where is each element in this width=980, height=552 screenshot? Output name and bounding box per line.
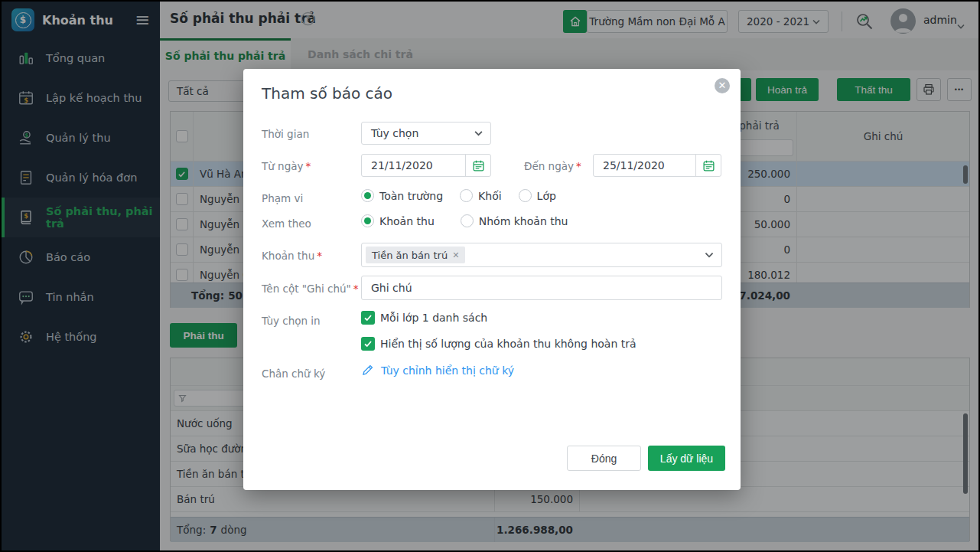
scope-radio-group: Toàn trường Khối Lớp: [361, 189, 556, 202]
to-date-label: Đến ngày*: [524, 160, 581, 172]
to-date-value: 25/11/2020: [594, 159, 695, 171]
close-button[interactable]: Đóng: [567, 446, 641, 471]
report-params-modal: Tham số báo cáo ✕ Thời gian Tùy chọn Từ …: [243, 69, 741, 490]
to-date-input[interactable]: 25/11/2020: [593, 154, 721, 177]
note-column-label: Tên cột "Ghi chú"*: [262, 283, 359, 295]
pencil-icon: [361, 364, 374, 377]
radio-option-grade[interactable]: Khối: [460, 189, 502, 202]
radio-icon: [519, 189, 532, 202]
radio-icon: [461, 214, 474, 227]
from-date-label: Từ ngày*: [262, 160, 311, 172]
signature-customize-link[interactable]: Tùy chỉnh hiển thị chữ ký: [381, 364, 514, 377]
radio-option-fee[interactable]: Khoản thu: [361, 214, 435, 227]
print-options-label: Tùy chọn in: [262, 315, 321, 327]
note-column-input[interactable]: Ghi chú: [361, 276, 722, 300]
scope-label: Phạm vi: [262, 192, 303, 204]
modal-title: Tham số báo cáo: [262, 84, 392, 103]
calendar-icon[interactable]: [465, 155, 490, 176]
time-value: Tùy chọn: [362, 127, 474, 139]
close-icon[interactable]: ✕: [715, 78, 730, 93]
submit-button[interactable]: Lấy dữ liệu: [648, 446, 725, 471]
checkbox-icon: [361, 311, 375, 325]
radio-icon: [460, 189, 473, 202]
checkbox-icon: [361, 337, 375, 351]
fee-label: Khoản thu*: [262, 250, 322, 262]
view-by-label: Xem theo: [262, 217, 311, 230]
fee-multiselect[interactable]: Tiền ăn bán trú ✕: [361, 243, 722, 267]
signature-label: Chân chữ ký: [262, 367, 325, 380]
calendar-icon[interactable]: [695, 155, 721, 176]
remove-tag-icon[interactable]: ✕: [452, 250, 459, 260]
checkbox-one-list-per-class[interactable]: Mỗi lớp 1 danh sách: [361, 311, 487, 325]
signature-row: Tùy chỉnh hiển thị chữ ký: [361, 364, 514, 377]
time-select[interactable]: Tùy chọn: [361, 122, 491, 145]
view-by-radio-group: Khoản thu Nhóm khoản thu: [361, 214, 568, 227]
radio-option-whole-school[interactable]: Toàn trường: [361, 189, 443, 202]
radio-option-class[interactable]: Lớp: [519, 189, 556, 202]
from-date-value: 21/11/2020: [362, 159, 465, 171]
radio-option-fee-group[interactable]: Nhóm khoản thu: [461, 214, 568, 227]
fee-tag: Tiền ăn bán trú ✕: [366, 247, 465, 263]
note-column-value: Ghi chú: [362, 282, 721, 294]
checkbox-show-nonrefund-qty[interactable]: Hiển thị số lượng của khoản thu không ho…: [361, 337, 637, 351]
app-window: $ Khoản thu ≡ Tổng quan $ Lập kế hoạch t…: [0, 0, 980, 552]
radio-icon: [361, 189, 374, 202]
radio-icon: [361, 214, 374, 227]
time-label: Thời gian: [262, 128, 309, 140]
from-date-input[interactable]: 21/11/2020: [361, 154, 491, 177]
chevron-down-icon: [474, 130, 483, 136]
chevron-down-icon: [705, 252, 714, 258]
